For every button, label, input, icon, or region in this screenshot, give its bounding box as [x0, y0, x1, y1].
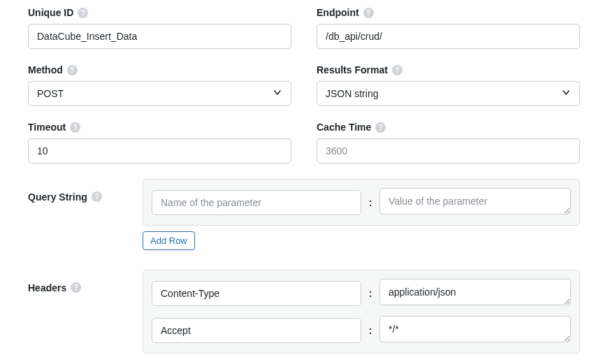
- cache-time-input[interactable]: [317, 138, 580, 163]
- unique-id-label: Unique ID: [28, 7, 73, 18]
- timeout-field-group: Timeout ?: [28, 122, 291, 163]
- help-icon[interactable]: ?: [363, 8, 374, 18]
- cache-time-label: Cache Time: [317, 122, 371, 133]
- headers-section: Headers ? : :: [28, 270, 580, 354]
- headers-group: : :: [143, 270, 580, 354]
- help-icon[interactable]: ?: [70, 122, 80, 133]
- unique-id-input[interactable]: [28, 24, 291, 49]
- header-name-input[interactable]: [152, 281, 361, 306]
- param-value-input[interactable]: [379, 188, 571, 214]
- endpoint-input[interactable]: [317, 24, 580, 49]
- query-string-section: Query String ? : Add Row: [28, 179, 580, 250]
- header-value-input[interactable]: [379, 279, 571, 305]
- help-icon[interactable]: ?: [392, 65, 403, 75]
- cache-time-field-group: Cache Time ?: [317, 122, 580, 163]
- header-row: :: [152, 316, 571, 344]
- header-value-input[interactable]: [379, 316, 571, 342]
- add-row-button[interactable]: Add Row: [143, 231, 195, 250]
- results-format-select[interactable]: JSON string: [317, 81, 580, 106]
- query-string-group: :: [143, 179, 580, 226]
- help-icon[interactable]: ?: [71, 282, 81, 293]
- param-name-input[interactable]: [152, 190, 361, 215]
- help-icon[interactable]: ?: [375, 122, 386, 133]
- unique-id-field-group: Unique ID ?: [28, 7, 291, 49]
- header-name-input[interactable]: [152, 318, 361, 343]
- method-field-group: Method ? POST: [28, 64, 291, 106]
- help-icon[interactable]: ?: [78, 8, 88, 18]
- headers-label: Headers: [28, 282, 66, 293]
- colon-separator: :: [368, 288, 372, 299]
- method-select[interactable]: POST: [28, 81, 291, 106]
- results-format-label: Results Format: [317, 64, 388, 75]
- timeout-input[interactable]: [28, 138, 291, 163]
- results-format-field-group: Results Format ? JSON string: [317, 64, 580, 106]
- endpoint-label: Endpoint: [317, 7, 359, 18]
- method-label: Method: [28, 64, 63, 75]
- query-string-label: Query String: [28, 191, 87, 203]
- help-icon[interactable]: ?: [92, 191, 102, 202]
- colon-separator: :: [368, 325, 372, 336]
- timeout-label: Timeout: [28, 122, 66, 133]
- query-string-row: :: [152, 188, 571, 217]
- colon-separator: :: [368, 197, 372, 208]
- header-row: :: [152, 279, 571, 307]
- endpoint-field-group: Endpoint ?: [317, 7, 580, 49]
- help-icon[interactable]: ?: [67, 65, 78, 75]
